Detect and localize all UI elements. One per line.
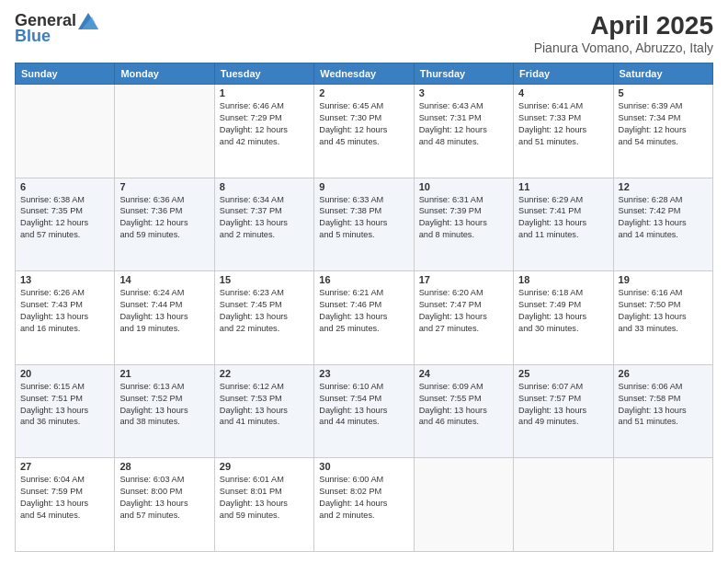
calendar-cell <box>115 85 214 178</box>
day-info: Sunrise: 6:43 AM Sunset: 7:31 PM Dayligh… <box>419 100 508 148</box>
calendar-cell: 14Sunrise: 6:24 AM Sunset: 7:44 PM Dayli… <box>115 271 214 365</box>
day-info: Sunrise: 6:26 AM Sunset: 7:43 PM Dayligh… <box>20 287 109 335</box>
week-row-3: 13Sunrise: 6:26 AM Sunset: 7:43 PM Dayli… <box>16 271 713 365</box>
calendar-cell: 10Sunrise: 6:31 AM Sunset: 7:39 PM Dayli… <box>414 178 513 271</box>
day-number: 12 <box>619 181 708 192</box>
subtitle: Pianura Vomano, Abruzzo, Italy <box>534 40 713 55</box>
day-info: Sunrise: 6:39 AM Sunset: 7:34 PM Dayligh… <box>619 100 708 148</box>
calendar-cell: 4Sunrise: 6:41 AM Sunset: 7:33 PM Daylig… <box>514 85 613 178</box>
calendar-cell: 23Sunrise: 6:10 AM Sunset: 7:54 PM Dayli… <box>314 364 414 458</box>
logo-blue-text: Blue <box>15 27 51 46</box>
weekday-header-thursday: Thursday <box>414 63 513 85</box>
calendar-cell: 28Sunrise: 6:03 AM Sunset: 8:00 PM Dayli… <box>115 458 214 552</box>
day-number: 7 <box>119 181 209 192</box>
day-info: Sunrise: 6:10 AM Sunset: 7:54 PM Dayligh… <box>319 381 408 429</box>
day-info: Sunrise: 6:00 AM Sunset: 8:02 PM Dayligh… <box>319 474 408 522</box>
day-info: Sunrise: 6:13 AM Sunset: 7:52 PM Dayligh… <box>119 381 209 429</box>
day-info: Sunrise: 6:15 AM Sunset: 7:51 PM Dayligh… <box>20 381 109 429</box>
day-number: 20 <box>20 368 109 379</box>
calendar-cell: 9Sunrise: 6:33 AM Sunset: 7:38 PM Daylig… <box>314 178 414 271</box>
main-title: April 2025 <box>534 11 713 40</box>
day-number: 8 <box>220 181 309 192</box>
calendar-cell: 5Sunrise: 6:39 AM Sunset: 7:34 PM Daylig… <box>613 85 712 178</box>
calendar-cell: 2Sunrise: 6:45 AM Sunset: 7:30 PM Daylig… <box>314 85 414 178</box>
day-info: Sunrise: 6:31 AM Sunset: 7:39 PM Dayligh… <box>419 194 508 242</box>
day-info: Sunrise: 6:09 AM Sunset: 7:55 PM Dayligh… <box>419 381 508 429</box>
day-info: Sunrise: 6:28 AM Sunset: 7:42 PM Dayligh… <box>619 194 708 242</box>
day-number: 6 <box>20 181 109 192</box>
day-info: Sunrise: 6:16 AM Sunset: 7:50 PM Dayligh… <box>619 287 708 335</box>
day-number: 17 <box>419 274 508 285</box>
week-row-2: 6Sunrise: 6:38 AM Sunset: 7:35 PM Daylig… <box>16 178 713 271</box>
calendar-cell: 20Sunrise: 6:15 AM Sunset: 7:51 PM Dayli… <box>16 364 115 458</box>
calendar-cell: 16Sunrise: 6:21 AM Sunset: 7:46 PM Dayli… <box>314 271 414 365</box>
calendar-cell: 21Sunrise: 6:13 AM Sunset: 7:52 PM Dayli… <box>115 364 214 458</box>
calendar-cell: 19Sunrise: 6:16 AM Sunset: 7:50 PM Dayli… <box>613 271 712 365</box>
calendar-cell: 26Sunrise: 6:06 AM Sunset: 7:58 PM Dayli… <box>613 364 712 458</box>
calendar-cell: 22Sunrise: 6:12 AM Sunset: 7:53 PM Dayli… <box>214 364 313 458</box>
day-info: Sunrise: 6:23 AM Sunset: 7:45 PM Dayligh… <box>220 287 309 335</box>
day-number: 23 <box>319 368 408 379</box>
page: General Blue April 2025 Pianura Vomano, … <box>0 0 728 563</box>
weekday-row: SundayMondayTuesdayWednesdayThursdayFrid… <box>16 63 713 85</box>
calendar-cell: 29Sunrise: 6:01 AM Sunset: 8:01 PM Dayli… <box>214 458 313 552</box>
day-number: 16 <box>319 274 408 285</box>
day-info: Sunrise: 6:03 AM Sunset: 8:00 PM Dayligh… <box>119 474 209 522</box>
day-number: 2 <box>319 87 408 98</box>
day-info: Sunrise: 6:07 AM Sunset: 7:57 PM Dayligh… <box>518 381 608 429</box>
day-number: 25 <box>518 368 608 379</box>
calendar-cell: 7Sunrise: 6:36 AM Sunset: 7:36 PM Daylig… <box>115 178 214 271</box>
day-number: 1 <box>220 87 309 98</box>
day-info: Sunrise: 6:18 AM Sunset: 7:49 PM Dayligh… <box>518 287 608 335</box>
calendar-cell: 12Sunrise: 6:28 AM Sunset: 7:42 PM Dayli… <box>613 178 712 271</box>
title-block: April 2025 Pianura Vomano, Abruzzo, Ital… <box>534 11 713 55</box>
calendar-cell: 1Sunrise: 6:46 AM Sunset: 7:29 PM Daylig… <box>214 85 313 178</box>
day-info: Sunrise: 6:21 AM Sunset: 7:46 PM Dayligh… <box>319 287 408 335</box>
day-info: Sunrise: 6:04 AM Sunset: 7:59 PM Dayligh… <box>20 474 109 522</box>
week-row-4: 20Sunrise: 6:15 AM Sunset: 7:51 PM Dayli… <box>16 364 713 458</box>
calendar-cell <box>613 458 712 552</box>
calendar-cell: 15Sunrise: 6:23 AM Sunset: 7:45 PM Dayli… <box>214 271 313 365</box>
logo: General Blue <box>15 11 98 46</box>
day-number: 4 <box>518 87 608 98</box>
day-number: 30 <box>319 461 408 472</box>
weekday-header-sunday: Sunday <box>16 63 115 85</box>
day-info: Sunrise: 6:38 AM Sunset: 7:35 PM Dayligh… <box>20 194 109 242</box>
day-number: 26 <box>619 368 708 379</box>
calendar-cell: 27Sunrise: 6:04 AM Sunset: 7:59 PM Dayli… <box>16 458 115 552</box>
weekday-header-wednesday: Wednesday <box>314 63 414 85</box>
day-number: 18 <box>518 274 608 285</box>
day-info: Sunrise: 6:20 AM Sunset: 7:47 PM Dayligh… <box>419 287 508 335</box>
day-info: Sunrise: 6:45 AM Sunset: 7:30 PM Dayligh… <box>319 100 408 148</box>
week-row-1: 1Sunrise: 6:46 AM Sunset: 7:29 PM Daylig… <box>16 85 713 178</box>
day-info: Sunrise: 6:33 AM Sunset: 7:38 PM Dayligh… <box>319 194 408 242</box>
day-number: 5 <box>619 87 708 98</box>
day-number: 10 <box>419 181 508 192</box>
logo-icon <box>78 13 98 29</box>
calendar-cell: 11Sunrise: 6:29 AM Sunset: 7:41 PM Dayli… <box>514 178 613 271</box>
calendar-cell: 8Sunrise: 6:34 AM Sunset: 7:37 PM Daylig… <box>214 178 313 271</box>
day-info: Sunrise: 6:06 AM Sunset: 7:58 PM Dayligh… <box>619 381 708 429</box>
header: General Blue April 2025 Pianura Vomano, … <box>15 11 713 55</box>
weekday-header-saturday: Saturday <box>613 63 712 85</box>
calendar-cell: 6Sunrise: 6:38 AM Sunset: 7:35 PM Daylig… <box>16 178 115 271</box>
day-info: Sunrise: 6:12 AM Sunset: 7:53 PM Dayligh… <box>220 381 309 429</box>
calendar-body: 1Sunrise: 6:46 AM Sunset: 7:29 PM Daylig… <box>16 85 713 552</box>
day-number: 19 <box>619 274 708 285</box>
calendar-cell: 18Sunrise: 6:18 AM Sunset: 7:49 PM Dayli… <box>514 271 613 365</box>
calendar: SundayMondayTuesdayWednesdayThursdayFrid… <box>15 63 713 552</box>
day-info: Sunrise: 6:01 AM Sunset: 8:01 PM Dayligh… <box>220 474 309 522</box>
calendar-cell <box>16 85 115 178</box>
day-number: 27 <box>20 461 109 472</box>
day-number: 13 <box>20 274 109 285</box>
day-info: Sunrise: 6:34 AM Sunset: 7:37 PM Dayligh… <box>220 194 309 242</box>
day-info: Sunrise: 6:24 AM Sunset: 7:44 PM Dayligh… <box>119 287 209 335</box>
day-info: Sunrise: 6:41 AM Sunset: 7:33 PM Dayligh… <box>518 100 608 148</box>
day-number: 3 <box>419 87 508 98</box>
calendar-cell: 13Sunrise: 6:26 AM Sunset: 7:43 PM Dayli… <box>16 271 115 365</box>
day-info: Sunrise: 6:36 AM Sunset: 7:36 PM Dayligh… <box>119 194 209 242</box>
calendar-cell: 3Sunrise: 6:43 AM Sunset: 7:31 PM Daylig… <box>414 85 513 178</box>
calendar-cell <box>514 458 613 552</box>
day-number: 11 <box>518 181 608 192</box>
day-number: 21 <box>119 368 209 379</box>
